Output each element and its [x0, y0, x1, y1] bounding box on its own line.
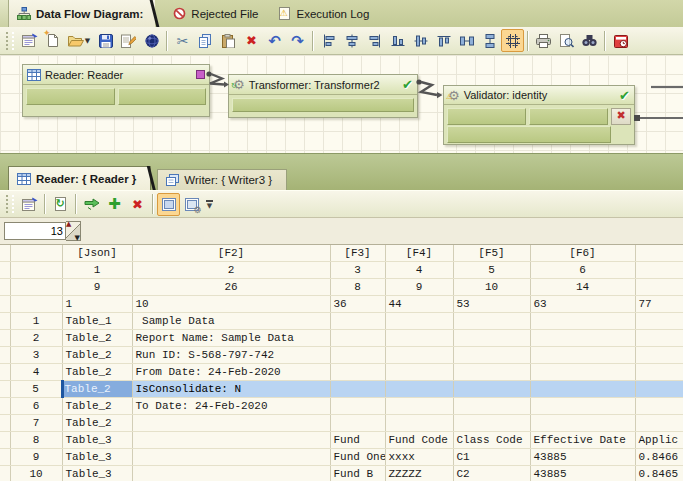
- publish-button[interactable]: [140, 29, 163, 52]
- align-center-button[interactable]: [340, 29, 363, 52]
- row-number[interactable]: 1: [10, 313, 62, 330]
- cell[interactable]: Run ID: S-568-797-742: [132, 347, 330, 364]
- panel-splitter-band[interactable]: Reader: { Reader } Writer: { Writer3 }: [0, 153, 683, 191]
- make-same-height-button[interactable]: [478, 29, 501, 52]
- column-length[interactable]: 9: [385, 279, 453, 296]
- row-number[interactable]: 10: [10, 466, 62, 481]
- column-offset[interactable]: 36: [330, 296, 385, 313]
- cell[interactable]: [132, 415, 330, 432]
- cell[interactable]: [635, 313, 683, 330]
- row-number[interactable]: 3: [10, 347, 62, 364]
- node-port[interactable]: [529, 108, 608, 125]
- cell[interactable]: [453, 347, 530, 364]
- cell[interactable]: Table_2: [62, 398, 132, 415]
- column-header[interactable]: [F4]: [385, 245, 453, 262]
- node-port[interactable]: [447, 126, 611, 143]
- cell[interactable]: 0.8465: [635, 466, 683, 481]
- cell[interactable]: [330, 415, 385, 432]
- print-button[interactable]: [532, 29, 555, 52]
- column-offset[interactable]: 53: [453, 296, 530, 313]
- cell[interactable]: Table_2: [62, 415, 132, 432]
- column-index[interactable]: 3: [330, 262, 385, 279]
- align-left-button[interactable]: [317, 29, 340, 52]
- cell[interactable]: Fund: [330, 432, 385, 449]
- column-index[interactable]: 4: [385, 262, 453, 279]
- copy-button[interactable]: [194, 29, 217, 52]
- cell[interactable]: [330, 398, 385, 415]
- delete-button[interactable]: ✖: [240, 29, 263, 52]
- cell[interactable]: [635, 330, 683, 347]
- tab-execution-log[interactable]: ⚠ Execution Log: [270, 0, 381, 27]
- cell[interactable]: [453, 364, 530, 381]
- find-button[interactable]: [578, 29, 601, 52]
- toolbar-grip[interactable]: [6, 195, 14, 213]
- add-row-button[interactable]: ✚: [103, 193, 126, 216]
- cell[interactable]: [385, 364, 453, 381]
- cell[interactable]: Fund Code: [385, 432, 453, 449]
- node-reader[interactable]: Reader: Reader: [22, 64, 210, 117]
- node-header[interactable]: ⚙⚠ Validator: identity ✔: [444, 86, 634, 105]
- cell[interactable]: [385, 398, 453, 415]
- cell[interactable]: Table_2: [62, 364, 132, 381]
- column-index[interactable]: 2: [132, 262, 330, 279]
- cell[interactable]: [530, 381, 635, 398]
- cell[interactable]: xxxx: [385, 449, 453, 466]
- node-header[interactable]: ⚙↻ Transformer: Transformer2 ✔: [229, 75, 417, 95]
- cell[interactable]: [132, 449, 330, 466]
- tab-writer-preview[interactable]: Writer: { Writer3 }: [157, 169, 287, 191]
- node-header[interactable]: Reader: Reader: [23, 65, 209, 85]
- cell[interactable]: To Date: 24-Feb-2020: [132, 398, 330, 415]
- row-count-spinner[interactable]: ▲ ▼: [66, 221, 81, 241]
- row-number[interactable]: 7: [10, 415, 62, 432]
- undo-button[interactable]: ↶: [263, 29, 286, 52]
- cell[interactable]: Class Code: [453, 432, 530, 449]
- paste-button[interactable]: [217, 29, 240, 52]
- cell[interactable]: Table_3: [62, 466, 132, 481]
- cell[interactable]: [635, 364, 683, 381]
- cell[interactable]: [330, 330, 385, 347]
- tab-reader-preview[interactable]: Reader: { Reader }: [8, 166, 151, 191]
- node-validator[interactable]: ⚙⚠ Validator: identity ✔ ✖: [443, 85, 635, 145]
- column-index[interactable]: 1: [62, 262, 132, 279]
- row-number[interactable]: 8: [10, 432, 62, 449]
- refresh-button[interactable]: ↻: [49, 193, 72, 216]
- cell[interactable]: [530, 313, 635, 330]
- cell[interactable]: [530, 330, 635, 347]
- column-index[interactable]: 6: [530, 262, 635, 279]
- column-header[interactable]: [F3]: [330, 245, 385, 262]
- cell[interactable]: [453, 381, 530, 398]
- save-button[interactable]: [94, 29, 117, 52]
- delete-row-button[interactable]: ✖: [126, 193, 149, 216]
- column-header[interactable]: [Json]: [62, 245, 132, 262]
- align-top-button[interactable]: [432, 29, 455, 52]
- cell[interactable]: [453, 330, 530, 347]
- column-index[interactable]: [635, 262, 683, 279]
- row-count-input[interactable]: [4, 222, 66, 240]
- data-preview-grid[interactable]: [Json] [F2] [F3] [F4] [F5] [F6] 1 2 3 4 …: [0, 244, 683, 481]
- new-button[interactable]: ✦: [41, 29, 64, 52]
- align-middle-button[interactable]: [409, 29, 432, 52]
- row-number[interactable]: 4: [10, 364, 62, 381]
- cell[interactable]: 0.8466: [635, 449, 683, 466]
- cell[interactable]: IsConsolidate: N: [132, 381, 330, 398]
- cell[interactable]: Table_2: [62, 330, 132, 347]
- cell[interactable]: Table_2: [62, 347, 132, 364]
- column-length[interactable]: [635, 279, 683, 296]
- cell[interactable]: [530, 347, 635, 364]
- cell[interactable]: [385, 330, 453, 347]
- align-right-button[interactable]: [363, 29, 386, 52]
- node-port[interactable]: [118, 88, 207, 105]
- column-header[interactable]: [F2]: [132, 245, 330, 262]
- redo-button[interactable]: ↷: [286, 29, 309, 52]
- cut-button[interactable]: ✂: [171, 29, 194, 52]
- cell[interactable]: [635, 347, 683, 364]
- cell[interactable]: ZZZZZ: [385, 466, 453, 481]
- cell[interactable]: [635, 415, 683, 432]
- cell[interactable]: [330, 313, 385, 330]
- row-number[interactable]: 9: [10, 449, 62, 466]
- cell[interactable]: [132, 432, 330, 449]
- column-offset[interactable]: 1: [62, 296, 132, 313]
- cell[interactable]: [330, 347, 385, 364]
- schedule-button[interactable]: [609, 29, 632, 52]
- row-number[interactable]: 5: [10, 381, 62, 398]
